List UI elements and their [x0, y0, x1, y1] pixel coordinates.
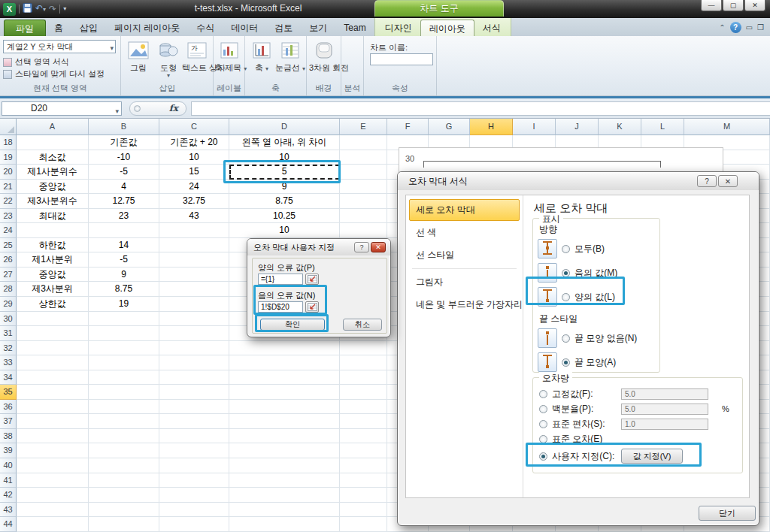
cell-D42[interactable] — [229, 488, 340, 503]
cell-D22[interactable]: 8.75 — [229, 194, 340, 209]
collapse-ribbon-icon[interactable]: ⌃ — [719, 23, 725, 32]
cell-D18[interactable]: 왼쪽 열 아래, 위 차이 — [229, 135, 340, 150]
cell-D44[interactable] — [229, 517, 340, 532]
cell-B42[interactable] — [89, 488, 159, 503]
positive-error-input[interactable]: ={1} — [258, 274, 303, 285]
row-header-23[interactable]: 23 — [0, 209, 17, 224]
cell-A37[interactable] — [17, 414, 89, 429]
cell-B34[interactable] — [89, 370, 159, 385]
cell-E41[interactable] — [340, 473, 387, 488]
cell-A43[interactable] — [17, 503, 89, 518]
cell-A22[interactable]: 제3사분위수 — [17, 194, 89, 209]
cell-E36[interactable] — [340, 400, 387, 415]
cell-C38[interactable] — [159, 429, 229, 444]
cell-D33[interactable] — [229, 355, 340, 370]
cell-C19[interactable]: 10 — [159, 150, 229, 165]
cell-D21[interactable]: 9 — [229, 180, 340, 195]
cell-C28[interactable] — [159, 282, 229, 297]
cell-A28[interactable]: 제3사분위 — [17, 282, 89, 297]
cell-D43[interactable] — [229, 503, 340, 518]
axes-button[interactable]: 축 ▾ — [247, 40, 277, 74]
cell-E35[interactable] — [340, 385, 387, 400]
row-header-28[interactable]: 28 — [0, 282, 17, 297]
nav-item-선 색[interactable]: 선 색 — [409, 222, 520, 243]
row-header-35[interactable]: 35 — [0, 385, 17, 400]
cell-B25[interactable]: 14 — [89, 238, 159, 253]
cell-D39[interactable] — [229, 443, 340, 458]
column-header-G[interactable]: G — [429, 119, 470, 135]
cell-C29[interactable] — [159, 297, 229, 312]
cell-B18[interactable]: 기존값 — [89, 135, 159, 150]
row-header-20[interactable]: 20 — [0, 165, 17, 180]
column-header-L[interactable]: L — [641, 119, 684, 135]
cell-A36[interactable] — [17, 400, 89, 415]
cell-A26[interactable]: 제1사분위 — [17, 252, 89, 268]
row-header-27[interactable]: 27 — [0, 268, 17, 283]
cell-B26[interactable]: -5 — [89, 252, 159, 268]
nav-item-그림자[interactable]: 그림자 — [409, 271, 520, 293]
row-header-22[interactable]: 22 — [0, 194, 17, 209]
excel-logo-icon[interactable]: X — [3, 3, 16, 16]
cell-C23[interactable]: 43 — [159, 209, 229, 224]
row-header-32[interactable]: 32 — [0, 341, 17, 356]
chart-name-input[interactable] — [370, 53, 433, 65]
cell-C26[interactable] — [159, 252, 229, 268]
cell-E33[interactable] — [340, 355, 387, 370]
cell-C24[interactable] — [159, 223, 229, 238]
cell-E34[interactable] — [340, 370, 387, 385]
nav-item-네온 및 부드러운 가장자리[interactable]: 네온 및 부드러운 가장자리 — [409, 294, 520, 316]
cell-A33[interactable] — [17, 355, 89, 370]
maximize-button[interactable]: ▢ — [723, 0, 744, 11]
cell-C21[interactable]: 24 — [159, 180, 229, 195]
cell-A34[interactable] — [17, 370, 89, 385]
close-dialog-button[interactable]: 닫기 — [699, 506, 756, 521]
cell-B41[interactable] — [89, 473, 159, 488]
cell-E19[interactable] — [340, 150, 387, 165]
row-header-29[interactable]: 29 — [0, 297, 17, 312]
radio-양의 값(L)[interactable] — [562, 293, 570, 301]
cell-C35[interactable] — [159, 385, 229, 400]
tab-Team[interactable]: Team — [335, 20, 374, 36]
row-header-25[interactable]: 25 — [0, 238, 17, 253]
cell-D36[interactable] — [229, 400, 340, 415]
row-header-43[interactable]: 43 — [0, 503, 17, 518]
tab-수식[interactable]: 수식 — [188, 20, 223, 36]
cell-E22[interactable] — [340, 194, 387, 209]
tab-페이지 레이아웃[interactable]: 페이지 레이아웃 — [106, 20, 188, 36]
cell-A44[interactable] — [17, 517, 89, 532]
cell-D37[interactable] — [229, 414, 340, 429]
insert-function-button[interactable]: fx — [129, 101, 186, 116]
cell-B24[interactable] — [89, 223, 159, 238]
cancel-button[interactable]: 취소 — [343, 319, 382, 331]
cell-C31[interactable] — [159, 326, 229, 341]
cell-D24[interactable]: 10 — [229, 223, 340, 238]
cell-B30[interactable] — [89, 312, 159, 327]
row-header-44[interactable]: 44 — [0, 517, 17, 532]
select-all-corner[interactable] — [0, 119, 17, 135]
tab-서식[interactable]: 서식 — [474, 20, 509, 36]
cell-A31[interactable] — [17, 326, 89, 341]
cell-B31[interactable] — [89, 326, 159, 341]
radio-사용자 지정(C):[interactable] — [539, 452, 547, 461]
cell-A20[interactable]: 제1사분위수 — [17, 165, 89, 180]
cell-E37[interactable] — [340, 414, 387, 429]
row-header-38[interactable]: 38 — [0, 429, 17, 444]
minus-errorbar-icon[interactable] — [538, 263, 557, 283]
cap-errorbar-icon[interactable] — [538, 352, 557, 372]
cell-C39[interactable] — [159, 443, 229, 458]
cell-C25[interactable] — [159, 238, 229, 253]
cell-D38[interactable] — [229, 429, 340, 444]
chart-element-selector[interactable]: 계열2 Y 오차 막대▾ — [3, 40, 116, 53]
cell-C32[interactable] — [159, 341, 229, 356]
cell-B20[interactable]: -5 — [89, 165, 159, 180]
row-header-37[interactable]: 37 — [0, 414, 17, 429]
both-errorbar-icon[interactable] — [538, 239, 557, 258]
row-header-42[interactable]: 42 — [0, 488, 17, 503]
rotation-button[interactable]: 3차원 회전 — [309, 40, 339, 72]
radio-끝 모양 없음(N)[interactable] — [562, 334, 570, 343]
tab-디자인[interactable]: 디자인 — [377, 20, 420, 36]
cell-B23[interactable]: 23 — [89, 209, 159, 224]
cell-B40[interactable] — [89, 458, 159, 473]
cell-C43[interactable] — [159, 503, 229, 518]
cell-E42[interactable] — [340, 488, 387, 503]
